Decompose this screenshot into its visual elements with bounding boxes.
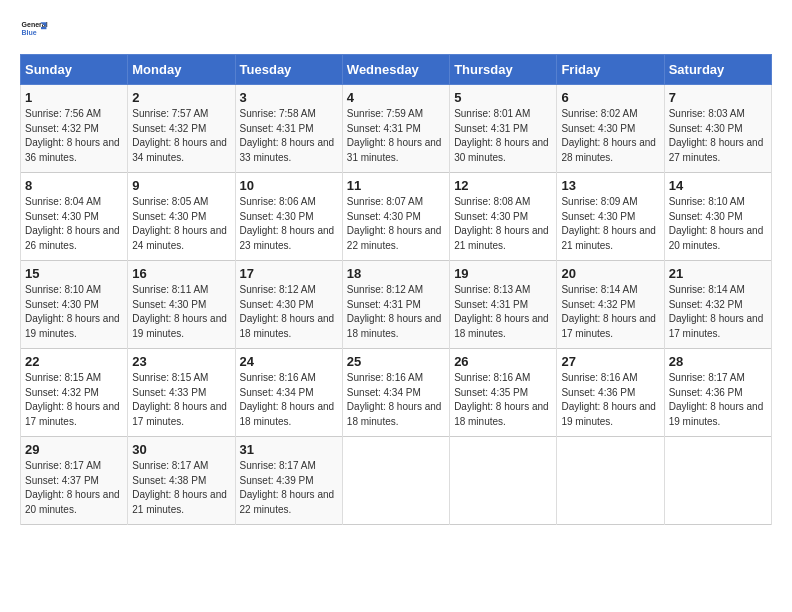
day-info: Sunrise: 8:08 AM Sunset: 4:30 PM Dayligh… [454, 195, 552, 253]
calendar-cell: 9 Sunrise: 8:05 AM Sunset: 4:30 PM Dayli… [128, 173, 235, 261]
day-number: 8 [25, 178, 123, 193]
calendar-cell: 30 Sunrise: 8:17 AM Sunset: 4:38 PM Dayl… [128, 437, 235, 525]
svg-rect-4 [41, 27, 46, 29]
day-info: Sunrise: 8:01 AM Sunset: 4:31 PM Dayligh… [454, 107, 552, 165]
day-number: 15 [25, 266, 123, 281]
day-info: Sunrise: 7:56 AM Sunset: 4:32 PM Dayligh… [25, 107, 123, 165]
day-number: 3 [240, 90, 338, 105]
day-number: 12 [454, 178, 552, 193]
day-info: Sunrise: 8:07 AM Sunset: 4:30 PM Dayligh… [347, 195, 445, 253]
calendar-cell: 29 Sunrise: 8:17 AM Sunset: 4:37 PM Dayl… [21, 437, 128, 525]
calendar-cell: 31 Sunrise: 8:17 AM Sunset: 4:39 PM Dayl… [235, 437, 342, 525]
day-header-wednesday: Wednesday [342, 55, 449, 85]
calendar-cell: 19 Sunrise: 8:13 AM Sunset: 4:31 PM Dayl… [450, 261, 557, 349]
day-number: 30 [132, 442, 230, 457]
day-number: 5 [454, 90, 552, 105]
svg-text:Blue: Blue [22, 29, 37, 36]
calendar-week-row: 8 Sunrise: 8:04 AM Sunset: 4:30 PM Dayli… [21, 173, 772, 261]
day-info: Sunrise: 8:16 AM Sunset: 4:34 PM Dayligh… [240, 371, 338, 429]
day-number: 9 [132, 178, 230, 193]
day-number: 1 [25, 90, 123, 105]
day-number: 7 [669, 90, 767, 105]
calendar-cell: 22 Sunrise: 8:15 AM Sunset: 4:32 PM Dayl… [21, 349, 128, 437]
calendar-cell: 11 Sunrise: 8:07 AM Sunset: 4:30 PM Dayl… [342, 173, 449, 261]
calendar-cell [664, 437, 771, 525]
day-info: Sunrise: 8:13 AM Sunset: 4:31 PM Dayligh… [454, 283, 552, 341]
calendar-cell: 14 Sunrise: 8:10 AM Sunset: 4:30 PM Dayl… [664, 173, 771, 261]
day-number: 20 [561, 266, 659, 281]
day-number: 27 [561, 354, 659, 369]
calendar-cell: 18 Sunrise: 8:12 AM Sunset: 4:31 PM Dayl… [342, 261, 449, 349]
day-number: 19 [454, 266, 552, 281]
day-number: 10 [240, 178, 338, 193]
day-info: Sunrise: 8:06 AM Sunset: 4:30 PM Dayligh… [240, 195, 338, 253]
day-info: Sunrise: 8:03 AM Sunset: 4:30 PM Dayligh… [669, 107, 767, 165]
day-number: 29 [25, 442, 123, 457]
page-header: General Blue [20, 16, 772, 44]
calendar-cell: 3 Sunrise: 7:58 AM Sunset: 4:31 PM Dayli… [235, 85, 342, 173]
day-info: Sunrise: 8:17 AM Sunset: 4:36 PM Dayligh… [669, 371, 767, 429]
day-info: Sunrise: 7:59 AM Sunset: 4:31 PM Dayligh… [347, 107, 445, 165]
calendar-week-row: 15 Sunrise: 8:10 AM Sunset: 4:30 PM Dayl… [21, 261, 772, 349]
day-info: Sunrise: 8:02 AM Sunset: 4:30 PM Dayligh… [561, 107, 659, 165]
day-info: Sunrise: 8:04 AM Sunset: 4:30 PM Dayligh… [25, 195, 123, 253]
calendar-cell: 16 Sunrise: 8:11 AM Sunset: 4:30 PM Dayl… [128, 261, 235, 349]
calendar-cell: 2 Sunrise: 7:57 AM Sunset: 4:32 PM Dayli… [128, 85, 235, 173]
calendar-week-row: 1 Sunrise: 7:56 AM Sunset: 4:32 PM Dayli… [21, 85, 772, 173]
day-info: Sunrise: 8:11 AM Sunset: 4:30 PM Dayligh… [132, 283, 230, 341]
day-info: Sunrise: 8:16 AM Sunset: 4:34 PM Dayligh… [347, 371, 445, 429]
day-info: Sunrise: 8:17 AM Sunset: 4:38 PM Dayligh… [132, 459, 230, 517]
calendar-cell: 4 Sunrise: 7:59 AM Sunset: 4:31 PM Dayli… [342, 85, 449, 173]
day-number: 17 [240, 266, 338, 281]
day-info: Sunrise: 8:12 AM Sunset: 4:31 PM Dayligh… [347, 283, 445, 341]
day-number: 2 [132, 90, 230, 105]
day-info: Sunrise: 8:14 AM Sunset: 4:32 PM Dayligh… [561, 283, 659, 341]
day-number: 11 [347, 178, 445, 193]
day-header-sunday: Sunday [21, 55, 128, 85]
day-info: Sunrise: 8:17 AM Sunset: 4:39 PM Dayligh… [240, 459, 338, 517]
calendar-cell: 7 Sunrise: 8:03 AM Sunset: 4:30 PM Dayli… [664, 85, 771, 173]
calendar-header-row: SundayMondayTuesdayWednesdayThursdayFrid… [21, 55, 772, 85]
day-number: 18 [347, 266, 445, 281]
calendar-cell [557, 437, 664, 525]
calendar-cell: 23 Sunrise: 8:15 AM Sunset: 4:33 PM Dayl… [128, 349, 235, 437]
calendar-cell: 25 Sunrise: 8:16 AM Sunset: 4:34 PM Dayl… [342, 349, 449, 437]
calendar-cell: 5 Sunrise: 8:01 AM Sunset: 4:31 PM Dayli… [450, 85, 557, 173]
logo-icon: General Blue [20, 16, 48, 44]
day-number: 13 [561, 178, 659, 193]
day-number: 28 [669, 354, 767, 369]
day-info: Sunrise: 8:10 AM Sunset: 4:30 PM Dayligh… [669, 195, 767, 253]
day-header-friday: Friday [557, 55, 664, 85]
day-info: Sunrise: 7:57 AM Sunset: 4:32 PM Dayligh… [132, 107, 230, 165]
calendar-cell: 12 Sunrise: 8:08 AM Sunset: 4:30 PM Dayl… [450, 173, 557, 261]
day-header-tuesday: Tuesday [235, 55, 342, 85]
calendar-cell: 27 Sunrise: 8:16 AM Sunset: 4:36 PM Dayl… [557, 349, 664, 437]
day-number: 14 [669, 178, 767, 193]
day-header-saturday: Saturday [664, 55, 771, 85]
day-number: 25 [347, 354, 445, 369]
day-info: Sunrise: 8:14 AM Sunset: 4:32 PM Dayligh… [669, 283, 767, 341]
day-info: Sunrise: 8:15 AM Sunset: 4:32 PM Dayligh… [25, 371, 123, 429]
day-info: Sunrise: 8:17 AM Sunset: 4:37 PM Dayligh… [25, 459, 123, 517]
calendar-cell: 6 Sunrise: 8:02 AM Sunset: 4:30 PM Dayli… [557, 85, 664, 173]
day-info: Sunrise: 8:10 AM Sunset: 4:30 PM Dayligh… [25, 283, 123, 341]
calendar-cell: 24 Sunrise: 8:16 AM Sunset: 4:34 PM Dayl… [235, 349, 342, 437]
day-number: 23 [132, 354, 230, 369]
day-header-monday: Monday [128, 55, 235, 85]
calendar-cell: 17 Sunrise: 8:12 AM Sunset: 4:30 PM Dayl… [235, 261, 342, 349]
day-number: 24 [240, 354, 338, 369]
logo: General Blue [20, 16, 48, 44]
day-number: 4 [347, 90, 445, 105]
day-info: Sunrise: 7:58 AM Sunset: 4:31 PM Dayligh… [240, 107, 338, 165]
calendar-cell: 26 Sunrise: 8:16 AM Sunset: 4:35 PM Dayl… [450, 349, 557, 437]
calendar-cell: 8 Sunrise: 8:04 AM Sunset: 4:30 PM Dayli… [21, 173, 128, 261]
day-number: 21 [669, 266, 767, 281]
day-number: 22 [25, 354, 123, 369]
calendar-cell: 28 Sunrise: 8:17 AM Sunset: 4:36 PM Dayl… [664, 349, 771, 437]
day-info: Sunrise: 8:12 AM Sunset: 4:30 PM Dayligh… [240, 283, 338, 341]
day-number: 31 [240, 442, 338, 457]
calendar-cell: 20 Sunrise: 8:14 AM Sunset: 4:32 PM Dayl… [557, 261, 664, 349]
day-number: 26 [454, 354, 552, 369]
day-info: Sunrise: 8:15 AM Sunset: 4:33 PM Dayligh… [132, 371, 230, 429]
calendar-cell: 13 Sunrise: 8:09 AM Sunset: 4:30 PM Dayl… [557, 173, 664, 261]
